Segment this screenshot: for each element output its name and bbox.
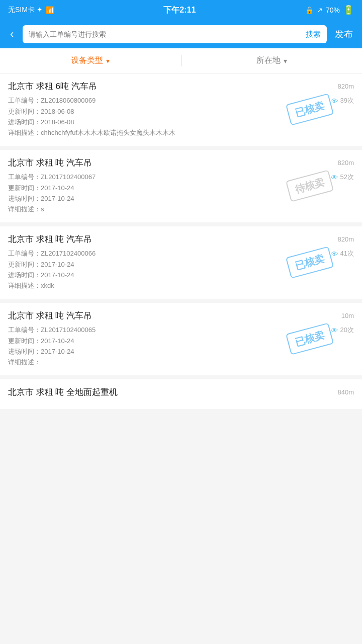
filter-location[interactable]: 所在地 ▾ (182, 55, 363, 66)
item-header: 北京市 求租 吨 汽车吊 10m (8, 310, 354, 321)
battery-icon: 🔋 (343, 5, 354, 16)
item-list: 北京市 求租 6吨 汽车吊 820m 工单编号：ZL2018060800069 … (0, 73, 362, 409)
item-title: 北京市 求租 6吨 汽车吊 (8, 80, 97, 92)
back-button[interactable]: ‹ (6, 26, 18, 43)
item-description: 详细描述： (8, 358, 354, 367)
location-icon: ↗ (317, 6, 323, 14)
item-distance: 820m (337, 235, 354, 243)
item-title: 北京市 求租 吨 汽车吊 (8, 157, 92, 169)
view-count: 52次 (340, 173, 354, 182)
filter-device-arrow: ▾ (106, 57, 110, 65)
lock-icon: 🔒 (305, 6, 314, 14)
item-update-time: 更新时间：2017-10-24 (8, 337, 354, 346)
item-header: 北京市 求租 6吨 汽车吊 820m (8, 80, 354, 92)
battery-text: 70% (326, 6, 340, 14)
status-right: 🔒 ↗ 70% 🔋 (305, 5, 354, 16)
eye-icon: 👁 (331, 97, 338, 105)
item-order-row: 工单编号：ZL2017102400066 👁 41次 (8, 249, 354, 258)
eye-icon: 👁 (331, 173, 338, 182)
item-entry-time: 进场时间：2017-10-24 (8, 347, 354, 356)
item-order-row: 工单编号：ZL2017102400067 👁 52次 (8, 173, 354, 182)
status-bar: 无SIM卡 ✦ 📶 下午2:11 🔒 ↗ 70% 🔋 (0, 0, 362, 20)
list-item[interactable]: 北京市 求租 吨 汽车吊 820m 工单编号：ZL2017102400067 👁… (0, 150, 362, 222)
item-entry-time: 进场时间：2017-10-24 (8, 194, 354, 203)
item-update-time: 更新时间：2017-10-24 (8, 260, 354, 269)
item-order-no: 工单编号：ZL2017102400065 (8, 326, 96, 335)
item-order-no: 工单编号：ZL2017102400067 (8, 173, 96, 182)
list-item[interactable]: 北京市 求租 吨 全地面起重机 840m (0, 379, 362, 409)
filter-bar: 设备类型 ▾ 所在地 ▾ (0, 48, 362, 73)
wifi-icon: 📶 (46, 6, 54, 14)
item-entry-time: 进场时间：2017-10-24 (8, 271, 354, 280)
item-description: 详细描述：chhchchfyfuf木木木木欧诺拖头女魔头木木木木 (8, 128, 354, 137)
eye-icon: 👁 (331, 250, 338, 258)
filter-device-label: 设备类型 (71, 55, 103, 66)
item-views: 👁 52次 (331, 173, 354, 182)
no-sim-text: 无SIM卡 ✦ (8, 6, 43, 15)
item-header: 北京市 求租 吨 汽车吊 820m (8, 157, 354, 169)
item-distance: 840m (337, 388, 354, 396)
eye-icon: 👁 (331, 326, 338, 335)
item-header: 北京市 求租 吨 汽车吊 820m (8, 233, 354, 245)
item-description: 详细描述：xkdk (8, 281, 354, 290)
item-order-row: 工单编号：ZL2018060800069 👁 39次 (8, 96, 354, 105)
item-update-time: 更新时间：2017-10-24 (8, 184, 354, 193)
item-views: 👁 39次 (331, 96, 354, 105)
view-count: 39次 (340, 96, 354, 105)
filter-device-type[interactable]: 设备类型 ▾ (0, 55, 181, 66)
list-item[interactable]: 北京市 求租 6吨 汽车吊 820m 工单编号：ZL2018060800069 … (0, 73, 362, 146)
item-views: 👁 41次 (331, 249, 354, 258)
filter-location-label: 所在地 (256, 55, 281, 66)
item-title: 北京市 求租 吨 汽车吊 (8, 233, 92, 245)
item-update-time: 更新时间：2018-06-08 (8, 107, 354, 116)
list-item[interactable]: 北京市 求租 吨 汽车吊 820m 工单编号：ZL2017102400066 👁… (0, 226, 362, 299)
search-input[interactable] (23, 30, 300, 38)
view-count: 41次 (340, 249, 354, 258)
view-count: 20次 (340, 326, 354, 335)
item-order-row: 工单编号：ZL2017102400065 👁 20次 (8, 326, 354, 335)
status-time: 下午2:11 (163, 5, 196, 16)
publish-button[interactable]: 发布 (332, 26, 356, 42)
item-entry-time: 进场时间：2018-06-08 (8, 118, 354, 127)
status-left: 无SIM卡 ✦ 📶 (8, 6, 54, 15)
search-button[interactable]: 搜索 (300, 30, 327, 39)
filter-location-arrow: ▾ (284, 57, 287, 65)
item-distance: 820m (337, 83, 354, 90)
item-order-no: 工单编号：ZL2017102400066 (8, 249, 96, 258)
header: ‹ 搜索 发布 (0, 20, 362, 48)
item-description: 详细描述：s (8, 205, 354, 214)
item-order-no: 工单编号：ZL2018060800069 (8, 96, 96, 105)
item-header: 北京市 求租 吨 全地面起重机 840m (8, 386, 354, 398)
list-item[interactable]: 北京市 求租 吨 汽车吊 10m 工单编号：ZL2017102400065 👁 … (0, 303, 362, 375)
item-views: 👁 20次 (331, 326, 354, 335)
item-title: 北京市 求租 吨 汽车吊 (8, 310, 92, 321)
item-title: 北京市 求租 吨 全地面起重机 (8, 386, 118, 398)
item-distance: 820m (337, 159, 354, 167)
item-distance: 10m (341, 312, 354, 319)
search-container: 搜索 (23, 25, 327, 43)
